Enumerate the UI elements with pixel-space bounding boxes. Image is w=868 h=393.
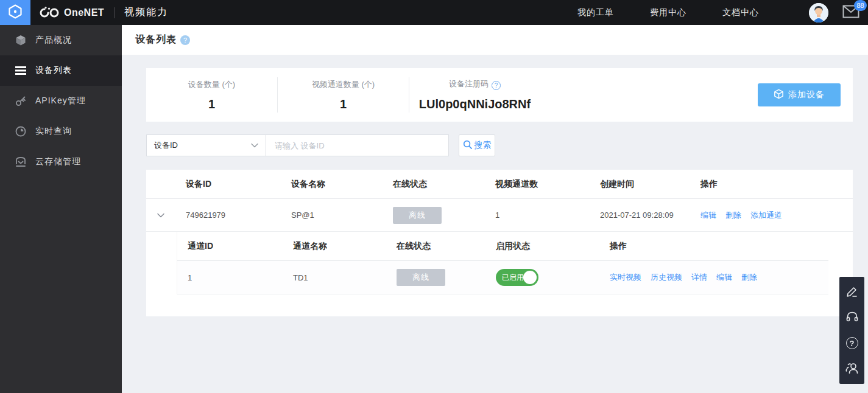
filter-field-select[interactable]: 设备ID <box>146 134 266 156</box>
page-help-icon[interactable] <box>180 35 190 45</box>
floating-toolbar <box>839 277 864 384</box>
detail-link[interactable]: 详情 <box>691 272 707 283</box>
search-button[interactable]: 搜索 <box>459 134 495 156</box>
add-device-button[interactable]: 添加设备 <box>758 83 841 106</box>
key-icon <box>15 96 26 106</box>
cube-icon <box>15 35 26 46</box>
reg-code-label: 设备注册码 <box>449 79 489 88</box>
offline-status-badge: 离线 <box>397 269 445 286</box>
main-content: 设备列表 设备数量 (个) 1 视频通道数量 (个) 1 设备注册码 LUl0p… <box>122 0 868 316</box>
chevron-down-icon <box>251 143 258 148</box>
column-header: 设备名称 <box>291 179 393 190</box>
channel-count-cell: 1 <box>495 210 600 220</box>
reg-code-value: LUl0p0qNNiJo8RNf <box>409 97 540 111</box>
search-button-label: 搜索 <box>475 140 492 151</box>
onenet-brand[interactable]: OneNET <box>40 7 104 19</box>
stat-label: 设备数量 (个) <box>146 79 277 90</box>
channel-table: 通道ID 通道名称 在线状态 启用状态 操作 1 TD1 离线 已启用 <box>177 232 828 294</box>
column-header: 在线状态 <box>397 241 496 252</box>
clock-icon <box>15 126 26 137</box>
mail-count-badge: 88 <box>854 0 867 11</box>
community-button[interactable] <box>839 356 864 381</box>
created-time-cell: 2021-07-21 09:28:09 <box>600 210 700 220</box>
sidebar-item-product-overview[interactable]: 产品概况 <box>0 25 122 55</box>
enable-toggle[interactable]: 已启用 <box>496 269 538 286</box>
column-header: 通道名称 <box>293 241 397 252</box>
box-icon <box>774 89 784 101</box>
sidebar-item-label: 实时查询 <box>35 126 72 137</box>
toggle-label: 已启用 <box>502 273 524 283</box>
help-button[interactable] <box>839 330 864 356</box>
collapse-row-button[interactable] <box>153 208 168 223</box>
device-table: 设备ID 设备名称 在线状态 视频通道数 创建时间 操作 749621979 S… <box>146 170 853 316</box>
sidebar-item-cloud-storage[interactable]: 云存储管理 <box>0 147 122 177</box>
column-header: 在线状态 <box>393 179 495 190</box>
search-input[interactable] <box>266 134 449 156</box>
device-actions: 编辑 删除 添加通道 <box>700 210 853 221</box>
menu-my-tickets[interactable]: 我的工单 <box>577 7 614 18</box>
add-channel-link[interactable]: 添加通道 <box>750 210 782 221</box>
channel-row: 1 TD1 离线 已启用 实时视频 历史视频 详情 编辑 删除 <box>177 261 828 294</box>
product-title: 视频能力 <box>124 6 168 19</box>
offline-status-badge: 离线 <box>393 207 442 224</box>
channel-name-cell: TD1 <box>293 273 397 282</box>
edit-link[interactable]: 编辑 <box>716 272 732 283</box>
history-video-link[interactable]: 历史视频 <box>651 272 682 283</box>
cloud-storage-icon <box>15 156 26 167</box>
top-navbar: OneNET 视频能力 我的工单 费用中心 文档中心 88 <box>0 0 868 25</box>
mail-icon <box>842 10 859 20</box>
column-header: 操作 <box>700 179 853 190</box>
live-video-link[interactable]: 实时视频 <box>610 272 641 283</box>
add-device-label: 添加设备 <box>788 89 825 100</box>
user-avatar[interactable] <box>809 3 828 23</box>
device-row: 749621979 SP@1 离线 1 2021-07-21 09:28:09 … <box>146 199 853 232</box>
headset-icon <box>845 310 859 325</box>
delete-link[interactable]: 删除 <box>741 272 757 283</box>
channel-id-cell: 1 <box>188 273 293 282</box>
menu-billing-center[interactable]: 费用中心 <box>650 7 686 18</box>
pencil-icon <box>845 285 859 300</box>
edit-link[interactable]: 编辑 <box>700 210 716 221</box>
stat-value: 1 <box>278 97 409 111</box>
search-bar: 设备ID 搜索 <box>146 134 853 156</box>
device-table-header: 设备ID 设备名称 在线状态 视频通道数 创建时间 操作 <box>146 170 853 199</box>
column-header: 设备ID <box>186 179 291 190</box>
stat-label: 视频通道数量 (个) <box>278 79 409 90</box>
delete-link[interactable]: 删除 <box>725 210 741 221</box>
sidebar-item-realtime-query[interactable]: 实时查询 <box>0 116 122 147</box>
platform-logo[interactable] <box>0 0 30 25</box>
hexagon-logo-icon <box>7 4 23 22</box>
sidebar-item-label: 产品概况 <box>35 35 72 46</box>
brand-name: OneNET <box>64 7 104 18</box>
device-name-cell: SP@1 <box>291 210 393 220</box>
stat-channel-count: 视频通道数量 (个) 1 <box>278 79 409 111</box>
sidebar-item-label: APIKey管理 <box>35 96 86 106</box>
support-button[interactable] <box>839 305 864 330</box>
stat-registration-code: 设备注册码 LUl0p0qNNiJo8RNf <box>409 78 540 111</box>
sidebar-item-label: 设备列表 <box>35 65 72 76</box>
navbar-menu: 我的工单 费用中心 文档中心 <box>577 7 759 18</box>
sidebar-item-apikey[interactable]: APIKey管理 <box>0 86 122 116</box>
sidebar: 产品概况 设备列表 APIKey管理 实时查询 云存储管理 <box>0 25 122 393</box>
stat-label: 设备注册码 <box>409 78 540 90</box>
column-header: 视频通道数 <box>495 179 600 190</box>
column-header: 创建时间 <box>600 179 700 190</box>
reg-code-help-icon[interactable] <box>492 81 501 90</box>
channel-actions: 实时视频 历史视频 详情 编辑 删除 <box>610 272 828 283</box>
stat-device-count: 设备数量 (个) 1 <box>146 79 277 111</box>
column-header: 通道ID <box>188 241 293 252</box>
feedback-button[interactable] <box>839 279 864 305</box>
column-header: 启用状态 <box>496 241 610 252</box>
search-icon <box>463 140 472 151</box>
sidebar-item-device-list[interactable]: 设备列表 <box>0 55 122 86</box>
device-id-cell: 749621979 <box>186 210 291 220</box>
toggle-knob <box>523 271 537 284</box>
sidebar-item-label: 云存储管理 <box>35 156 81 167</box>
menu-doc-center[interactable]: 文档中心 <box>722 7 759 18</box>
onenet-logo-icon <box>40 7 60 19</box>
page-header: 设备列表 <box>122 25 868 55</box>
stats-card: 设备数量 (个) 1 视频通道数量 (个) 1 设备注册码 LUl0p0qNNi… <box>146 68 853 122</box>
page-title: 设备列表 <box>135 33 177 46</box>
mail-button[interactable]: 88 <box>842 5 859 21</box>
column-header: 操作 <box>610 241 828 252</box>
